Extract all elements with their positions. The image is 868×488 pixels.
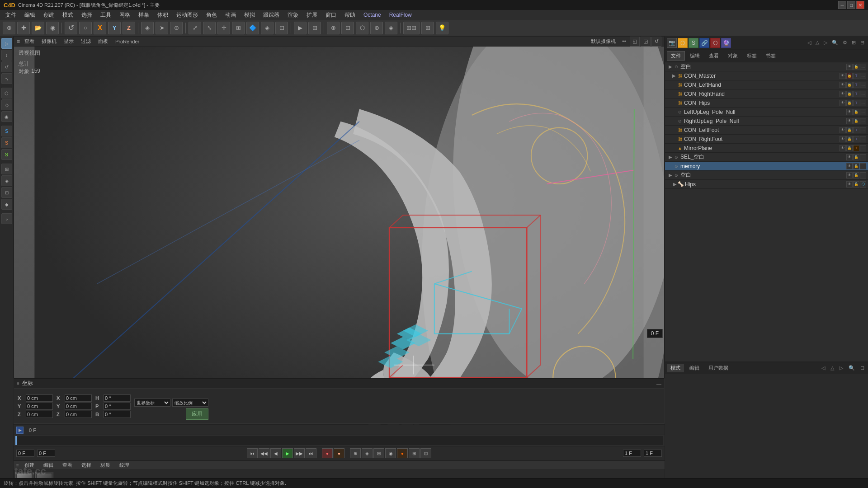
hier-lock-hips[interactable]: 🔒	[846, 100, 853, 106]
sidebar-rotate[interactable]: ↺	[1, 61, 12, 72]
hier-tag-mirror[interactable]: T	[853, 145, 859, 151]
hier-lock-mirror[interactable]: 🔒	[846, 145, 853, 151]
rp-icon-scene[interactable]: S	[689, 38, 698, 48]
menu-mesh[interactable]: 网格	[116, 10, 134, 20]
toolbar-pan[interactable]: ⤢	[189, 22, 201, 34]
hier-lock-memory[interactable]: 🔒	[853, 163, 859, 169]
sidebar-paint[interactable]: ⊡	[1, 187, 12, 198]
pos-y-input[interactable]	[26, 403, 53, 410]
menu-mode[interactable]: 模式	[59, 10, 77, 20]
toolbar-arrow[interactable]: ➤	[156, 22, 168, 34]
hier-tag-master[interactable]: T	[853, 73, 859, 79]
hier-vis-leftfoot[interactable]: 👁	[840, 127, 846, 133]
rb-tab-edit[interactable]: 编辑	[686, 364, 703, 372]
toolbar-b4[interactable]: ⊕	[370, 22, 383, 34]
toolbar-brush[interactable]: ⊡	[275, 22, 288, 34]
sidebar-knife[interactable]: ◆	[1, 199, 12, 210]
vp-panel-btn[interactable]: 面板	[95, 38, 111, 45]
hier-vis-lefthand[interactable]: 👁	[840, 82, 846, 88]
toolbar-magnet[interactable]: ◈	[261, 22, 274, 34]
toolbar-sep-l[interactable]: ⊞⊟	[403, 22, 420, 34]
rb-nav-up[interactable]: △	[829, 364, 836, 372]
hier-tag-rightfoot[interactable]: T	[853, 136, 859, 142]
scale-x-input[interactable]	[65, 394, 92, 402]
menu-tracker[interactable]: 跟踪器	[259, 10, 283, 20]
hier-vis-null2[interactable]: 👁	[846, 172, 853, 178]
toolbar-b3[interactable]: ⬡	[356, 22, 368, 34]
hier-lock-hips2[interactable]: 🔒	[853, 181, 859, 188]
toolbar-pointer[interactable]: ◈	[141, 22, 154, 34]
hier-lock-rightpole[interactable]: 🔒	[853, 118, 859, 124]
sidebar-s3[interactable]: S	[1, 149, 12, 160]
toolbar-grid[interactable]: ⊞	[232, 22, 245, 34]
toolbar-snap[interactable]: 🔷	[246, 22, 259, 34]
menu-animate[interactable]: 动画	[222, 10, 240, 20]
toolbar-translate[interactable]: ✛	[217, 22, 230, 34]
rp-icon-material[interactable]: 🔮	[721, 38, 731, 48]
toolbar-render2[interactable]: ▶	[294, 22, 307, 34]
frame-end1-input[interactable]	[623, 450, 641, 457]
rp-nav-up[interactable]: △	[814, 39, 821, 47]
sidebar-s1[interactable]: S	[1, 126, 12, 136]
sidebar-select[interactable]: ▷	[1, 38, 12, 49]
rp-icon-rig[interactable]: 🔗	[699, 38, 709, 48]
transport-b5[interactable]: ●	[397, 448, 408, 458]
hier-tag-lefthand[interactable]: T	[853, 82, 859, 88]
hier-more-null2[interactable]: …	[860, 172, 866, 178]
toolbar-b5[interactable]: ◈	[385, 22, 397, 34]
frame-start-input[interactable]	[16, 450, 34, 457]
hier-tag-leftfoot[interactable]: T	[853, 127, 859, 133]
rb-nav-right[interactable]: ▷	[838, 364, 845, 372]
hier-more-hips[interactable]: …	[860, 100, 866, 106]
toolbar-render[interactable]: ◉	[46, 22, 59, 34]
menu-spline[interactable]: 样条	[135, 10, 153, 20]
hier-lock-leftfoot[interactable]: 🔒	[846, 127, 853, 133]
sidebar-s2[interactable]: S	[1, 137, 12, 148]
hier-lock-rightfoot[interactable]: 🔒	[846, 136, 853, 142]
pos-z-input[interactable]	[26, 411, 53, 418]
toolbar-grid2[interactable]: ⊞	[421, 22, 434, 34]
rp-icon-object[interactable]: ⬡	[678, 38, 688, 48]
world-coord-select[interactable]: 世界坐标	[134, 399, 170, 407]
rb-expand[interactable]: ⊟	[859, 364, 866, 372]
hier-tag-righthand[interactable]: T	[853, 91, 859, 97]
frame-end2-input[interactable]	[644, 450, 662, 457]
hier-lock-sel[interactable]: 🔒	[853, 154, 859, 160]
hier-item-mirrorplane[interactable]: ▲ MirrorPlane 👁 🔒 T …	[665, 144, 868, 153]
sidebar-edge[interactable]: ◇	[1, 99, 12, 110]
scale-z-input[interactable]	[65, 411, 92, 418]
menu-realflow[interactable]: RealFlow	[386, 11, 415, 19]
mat-tab-view[interactable]: 查看	[59, 461, 76, 469]
close-btn[interactable]: ✕	[856, 1, 864, 9]
menu-file[interactable]: 文件	[2, 10, 20, 20]
transport-record[interactable]: ●	[322, 448, 333, 458]
title-bar-controls[interactable]: ─ □ ✕	[838, 1, 864, 9]
menu-edit[interactable]: 编辑	[21, 10, 39, 20]
menu-octane[interactable]: Octane	[360, 11, 385, 19]
hier-lock-leftpole[interactable]: 🔒	[853, 109, 859, 115]
scale-y-input[interactable]	[65, 403, 92, 410]
hier-tab-view[interactable]: 查看	[705, 51, 723, 61]
transport-prevkey[interactable]: ◀◀	[259, 448, 269, 458]
menu-extend[interactable]: 扩展	[303, 10, 321, 20]
hier-more-leftpole[interactable]: …	[860, 109, 866, 115]
menu-window[interactable]: 窗口	[322, 10, 340, 20]
coords-menu-icon[interactable]: ≡	[17, 381, 19, 386]
toolbar-xray[interactable]: X	[94, 22, 106, 34]
hier-more-sel[interactable]: …	[860, 154, 866, 160]
toolbar-open[interactable]: 📂	[32, 22, 44, 34]
vp-prorender-btn[interactable]: ProRender	[113, 38, 142, 45]
hier-item-con-master[interactable]: ▶ ⛓ CON_Master 👁 🔒 T …	[665, 71, 868, 80]
vp-btn1[interactable]: ◱	[630, 37, 640, 47]
sidebar-move[interactable]: ↕	[1, 50, 12, 61]
rp-nav-left[interactable]: ◁	[806, 39, 813, 47]
hier-item-leftupleg-pole[interactable]: ⊙ LeftUpLeg_Pole_Null 👁 🔒 …	[665, 108, 868, 117]
mat-tab-select[interactable]: 选择	[78, 461, 95, 469]
hier-lock-righthand[interactable]: 🔒	[846, 91, 853, 97]
hier-lock-master[interactable]: 🔒	[846, 73, 853, 79]
transport-b4[interactable]: ◉	[385, 448, 396, 458]
toolbar-y[interactable]: Y	[108, 22, 121, 34]
rp-expand[interactable]: ⊟	[859, 39, 866, 47]
toolbar-b2[interactable]: ⊡	[341, 22, 354, 34]
hier-lock-null2[interactable]: 🔒	[853, 172, 859, 178]
